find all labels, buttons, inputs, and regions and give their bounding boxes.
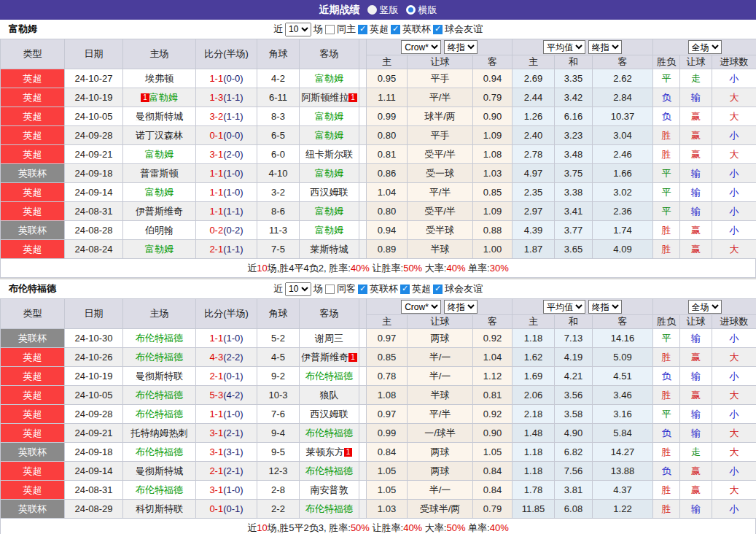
radio-label: 竖版	[380, 4, 399, 17]
summary-segment: 40%	[446, 263, 465, 274]
col-date: 日期	[65, 299, 123, 329]
result-winloss: 平	[653, 164, 680, 183]
home-team-name: 伯明翰	[145, 225, 174, 236]
layout-radio-horizontal[interactable]: 横版	[406, 4, 437, 17]
spacer-cell	[359, 424, 367, 443]
result-goals: 大	[712, 386, 756, 405]
avg-group-header: 平均值 终指	[513, 39, 653, 55]
fulltime-score: 3-1	[209, 484, 223, 495]
handicap-odds-home: 0.78	[367, 367, 408, 386]
avg-away-odds: 2.84	[593, 88, 653, 107]
score: 3-1(3-1)	[196, 443, 257, 462]
handicap-line: 受球半/两	[408, 500, 473, 519]
handicap-line: 平/半	[408, 88, 473, 107]
match-row: 英超24-08-31伊普斯维奇1-1(1-1)8-6富勒姆0.80受平/半1.0…	[1, 202, 756, 221]
avg-away-odds: 10.37	[593, 107, 653, 126]
result-goals: 小	[712, 69, 756, 88]
radio-icon[interactable]	[406, 5, 416, 15]
avg-away-odds: 4.09	[593, 240, 653, 259]
home-team: 曼彻斯特城	[123, 107, 196, 126]
corners: 8-6	[257, 202, 300, 221]
epl-checkbox[interactable]	[400, 285, 410, 294]
spacer-cell	[359, 145, 367, 164]
handicap-odds-home: 1.05	[367, 462, 408, 481]
match-row: 英超24-10-19曼彻斯特联2-1(0-1)9-2布伦特福德0.78半/一1.…	[1, 367, 756, 386]
fulltime-score: 2-1	[209, 371, 223, 382]
scope-select[interactable]: 全场	[688, 300, 722, 314]
league-cup-checkbox[interactable]	[358, 285, 367, 294]
home-team: 布伦特福德	[123, 443, 196, 462]
odds-source-select[interactable]: Crow*	[401, 40, 441, 54]
layout-radio-vertical[interactable]: 竖版	[367, 4, 399, 17]
spacer-cell	[359, 164, 367, 183]
avg-draw-odds: 3.65	[555, 240, 593, 259]
away-team-name: 莱顿东方	[306, 446, 344, 457]
handicap-line: 两球	[408, 462, 473, 481]
handicap-odds-away: 0.92	[473, 405, 513, 424]
score: 3-2(1-1)	[196, 107, 257, 126]
scope-select[interactable]: 全场	[688, 40, 722, 54]
halftime-score: (1-0)	[223, 333, 243, 344]
same-venue-checkbox[interactable]	[325, 285, 335, 294]
avg-draw-odds: 3.77	[555, 221, 593, 240]
avg-away-odds: 1.74	[593, 221, 653, 240]
match-count-select[interactable]: 10	[285, 23, 311, 36]
score: 1-1(0-0)	[196, 69, 257, 88]
corners: 8-3	[257, 107, 300, 126]
avg-away-odds: 13.88	[593, 462, 653, 481]
odds-source-select[interactable]: Crow*	[401, 300, 441, 314]
spacer-cell	[359, 443, 367, 462]
section-header: 布伦特福德 近 10 场 同客 英联杯 英超 球会友谊	[0, 279, 756, 298]
home-team: 伯明翰	[123, 221, 196, 240]
red-card-badge: 1	[141, 93, 149, 102]
same-venue-checkbox[interactable]	[325, 25, 335, 34]
avg-source-select[interactable]: 平均值	[543, 40, 585, 54]
friendly-checkbox[interactable]	[433, 285, 443, 294]
match-row: 英超24-09-14曼彻斯特城2-1(2-1)12-3布伦特福德1.05两球0.…	[1, 462, 756, 481]
handicap-odds-away: 1.09	[473, 126, 513, 145]
spacer-cell	[359, 386, 367, 405]
avg-mode-select[interactable]: 终指	[588, 300, 622, 314]
result-winloss: 胜	[653, 500, 680, 519]
match-row: 英超24-09-14富勒姆1-1(1-0)3-2西汉姆联1.04平/半0.852…	[1, 183, 756, 202]
halftime-score: (1-0)	[223, 187, 243, 198]
result-goals: 大	[712, 348, 756, 367]
league-badge: 英超	[1, 88, 65, 107]
away-team: 富勒姆	[300, 202, 359, 221]
handicap-odds-home: 0.84	[367, 443, 408, 462]
avg-away-odds: 3.02	[593, 183, 653, 202]
league-badge: 英联杯	[1, 221, 65, 240]
league-cup-checkbox[interactable]	[391, 25, 400, 34]
result-handicap: 赢	[680, 107, 712, 126]
avg-mode-select[interactable]: 终指	[588, 40, 622, 54]
match-date: 24-09-18	[65, 164, 123, 183]
avg-source-select[interactable]: 平均值	[543, 300, 585, 314]
friendly-checkbox[interactable]	[433, 25, 443, 34]
score: 1-3(1-1)	[196, 88, 257, 107]
summary-segment: 让胜率:	[370, 522, 403, 533]
epl-checkbox[interactable]	[358, 25, 367, 34]
score: 2-1(1-1)	[196, 240, 257, 259]
away-team-name: 南安普敦	[311, 484, 348, 495]
result-winloss: 胜	[653, 126, 680, 145]
home-team: 布伦特福德	[123, 405, 196, 424]
odds-mode-select[interactable]: 终指	[444, 40, 478, 54]
team-section-fulham: 富勒姆 近 10 场 同主 英超 英联杯 球会友谊 类型 日期	[0, 20, 756, 279]
spacer-cell	[359, 88, 367, 107]
corners: 6-0	[257, 145, 300, 164]
odds-mode-select[interactable]: 终指	[444, 300, 478, 314]
radio-icon[interactable]	[367, 5, 377, 15]
avg-home-odds: 1.18	[513, 462, 555, 481]
halftime-score: (1-1)	[223, 92, 243, 103]
result-winloss: 胜	[653, 240, 680, 259]
match-count-select[interactable]: 10	[285, 282, 311, 296]
result-goals: 小	[712, 164, 756, 183]
match-row: 英超24-09-21富勒姆3-1(2-0)6-0纽卡斯尔联0.81受平/半1.0…	[1, 145, 756, 164]
result-goals: 大	[712, 424, 756, 443]
avg-draw-odds: 6.16	[555, 107, 593, 126]
score: 0-1(0-1)	[196, 500, 257, 519]
spacer-cell	[359, 107, 367, 126]
halftime-score: (0-0)	[223, 130, 243, 141]
summary-segment: 场,胜5平2负3, 胜率:	[268, 522, 351, 533]
handicap-line: 两球	[408, 443, 473, 462]
